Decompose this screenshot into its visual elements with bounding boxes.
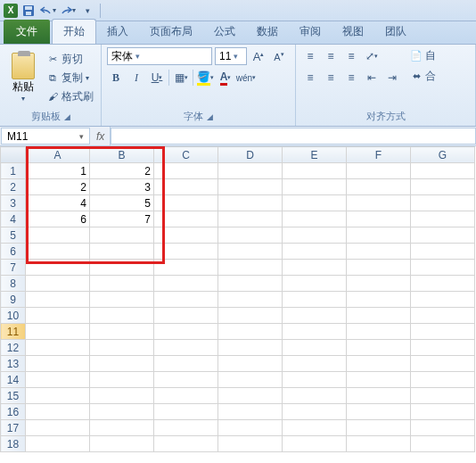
cell-D10[interactable] xyxy=(218,308,283,324)
cell-G16[interactable] xyxy=(411,404,475,420)
cell-C2[interactable] xyxy=(154,179,218,195)
cell-A5[interactable] xyxy=(26,227,90,244)
cell-A13[interactable] xyxy=(26,356,90,372)
cell-A17[interactable] xyxy=(26,420,90,436)
cell-G3[interactable] xyxy=(411,195,475,211)
cell-B8[interactable] xyxy=(90,276,154,292)
font-color-button[interactable]: A▾ xyxy=(217,69,234,87)
cell-C15[interactable] xyxy=(154,388,218,404)
cell-B6[interactable] xyxy=(90,244,154,260)
row-header-3[interactable]: 3 xyxy=(1,195,26,211)
tab-home[interactable]: 开始 xyxy=(52,19,96,44)
cell-G2[interactable] xyxy=(411,179,475,195)
cell-G1[interactable] xyxy=(411,163,475,179)
cell-C3[interactable] xyxy=(154,195,218,211)
cell-E16[interactable] xyxy=(283,404,347,420)
cell-E10[interactable] xyxy=(283,308,347,324)
merge-center-button[interactable]: ⬌ 合 xyxy=(408,68,438,85)
cell-B17[interactable] xyxy=(90,420,154,436)
cell-B5[interactable] xyxy=(90,227,154,244)
cell-E13[interactable] xyxy=(283,356,347,372)
cell-F17[interactable] xyxy=(347,420,411,436)
cell-D5[interactable] xyxy=(218,227,283,244)
cell-F7[interactable] xyxy=(347,260,411,276)
select-all-corner[interactable] xyxy=(1,147,26,163)
cell-D3[interactable] xyxy=(218,195,283,211)
cell-E17[interactable] xyxy=(283,420,347,436)
row-header-18[interactable]: 18 xyxy=(1,436,26,452)
paste-button[interactable]: 粘贴 ▾ xyxy=(5,47,41,108)
cell-B13[interactable] xyxy=(90,356,154,372)
font-launcher[interactable]: ◢ xyxy=(207,112,213,121)
fx-icon[interactable]: fx xyxy=(96,130,104,143)
qat-undo-button[interactable]: ▾ xyxy=(39,2,57,20)
column-header-E[interactable]: E xyxy=(283,147,347,163)
cell-B10[interactable] xyxy=(90,308,154,324)
cell-A1[interactable]: 1 xyxy=(26,163,90,179)
cell-B14[interactable] xyxy=(90,372,154,388)
row-header-7[interactable]: 7 xyxy=(1,260,26,276)
column-header-C[interactable]: C xyxy=(154,147,218,163)
cell-F16[interactable] xyxy=(347,404,411,420)
cell-F10[interactable] xyxy=(347,308,411,324)
cell-F3[interactable] xyxy=(347,195,411,211)
cell-C8[interactable] xyxy=(154,276,218,292)
cell-C7[interactable] xyxy=(154,260,218,276)
tab-view[interactable]: 视图 xyxy=(332,20,374,44)
fill-color-button[interactable]: 🪣▾ xyxy=(196,69,214,87)
align-right-button[interactable]: ≡ xyxy=(342,69,360,87)
cell-A15[interactable] xyxy=(26,388,90,404)
tab-team[interactable]: 团队 xyxy=(374,20,417,44)
format-painter-button[interactable]: 🖌 格式刷 xyxy=(45,88,95,105)
qat-customize-button[interactable]: ▾ xyxy=(78,2,96,20)
cell-C12[interactable] xyxy=(154,340,218,356)
qat-save-button[interactable] xyxy=(20,2,37,20)
cell-F14[interactable] xyxy=(347,372,411,388)
cell-G17[interactable] xyxy=(411,420,475,436)
row-header-16[interactable]: 16 xyxy=(1,404,26,420)
row-header-10[interactable]: 10 xyxy=(1,308,26,324)
cell-D7[interactable] xyxy=(218,260,283,276)
cell-A4[interactable]: 6 xyxy=(26,211,90,227)
cell-A3[interactable]: 4 xyxy=(26,195,90,211)
row-header-1[interactable]: 1 xyxy=(1,163,26,179)
cell-D15[interactable] xyxy=(218,388,283,404)
row-header-11[interactable]: 11 xyxy=(1,324,26,340)
tab-file[interactable]: 文件 xyxy=(4,20,50,44)
cell-G4[interactable] xyxy=(411,211,475,227)
cell-A12[interactable] xyxy=(26,340,90,356)
cell-D12[interactable] xyxy=(218,340,283,356)
cell-C16[interactable] xyxy=(154,404,218,420)
border-button[interactable]: ▦▾ xyxy=(172,69,190,87)
cell-B18[interactable] xyxy=(90,436,154,452)
cell-E15[interactable] xyxy=(283,388,347,404)
chevron-down-icon[interactable]: ▾ xyxy=(79,132,84,141)
cell-G13[interactable] xyxy=(411,356,475,372)
cell-F5[interactable] xyxy=(347,227,411,244)
cell-A2[interactable]: 2 xyxy=(26,179,90,195)
cell-C13[interactable] xyxy=(154,356,218,372)
cell-D14[interactable] xyxy=(218,372,283,388)
align-bottom-button[interactable]: ≡ xyxy=(342,47,360,65)
cell-C1[interactable] xyxy=(154,163,218,179)
cell-G12[interactable] xyxy=(411,340,475,356)
align-left-button[interactable]: ≡ xyxy=(301,69,319,87)
cell-G11[interactable] xyxy=(411,324,475,340)
increase-font-button[interactable]: A▴ xyxy=(250,47,267,65)
cell-C9[interactable] xyxy=(154,292,218,308)
cell-F1[interactable] xyxy=(347,163,411,179)
cell-F18[interactable] xyxy=(347,436,411,452)
qat-redo-button[interactable]: ▾ xyxy=(59,2,77,20)
cell-C10[interactable] xyxy=(154,308,218,324)
cell-D1[interactable] xyxy=(218,163,283,179)
cell-B2[interactable]: 3 xyxy=(90,179,154,195)
cell-F13[interactable] xyxy=(347,356,411,372)
cell-C6[interactable] xyxy=(154,244,218,260)
cell-G14[interactable] xyxy=(411,372,475,388)
cell-E5[interactable] xyxy=(283,227,347,244)
cell-B15[interactable] xyxy=(90,388,154,404)
cell-E12[interactable] xyxy=(283,340,347,356)
column-header-F[interactable]: F xyxy=(347,147,411,163)
cell-E18[interactable] xyxy=(283,436,347,452)
cell-B16[interactable] xyxy=(90,404,154,420)
